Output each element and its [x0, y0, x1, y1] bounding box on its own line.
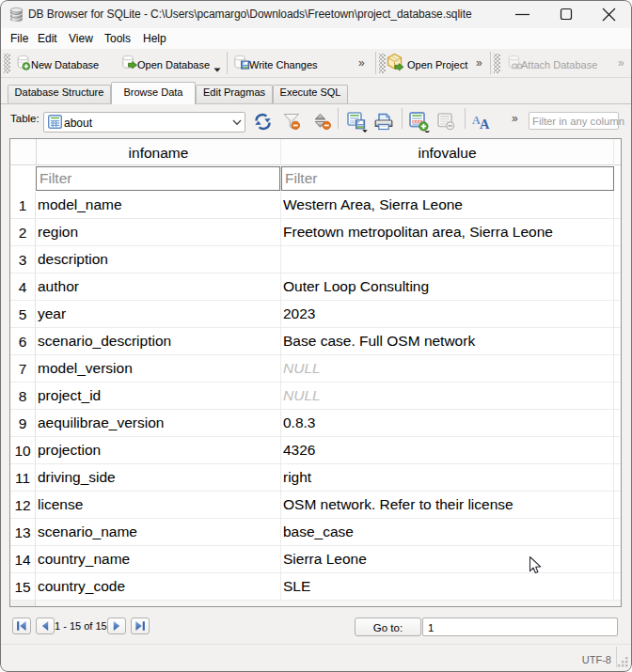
svg-text:A: A: [480, 117, 490, 130]
